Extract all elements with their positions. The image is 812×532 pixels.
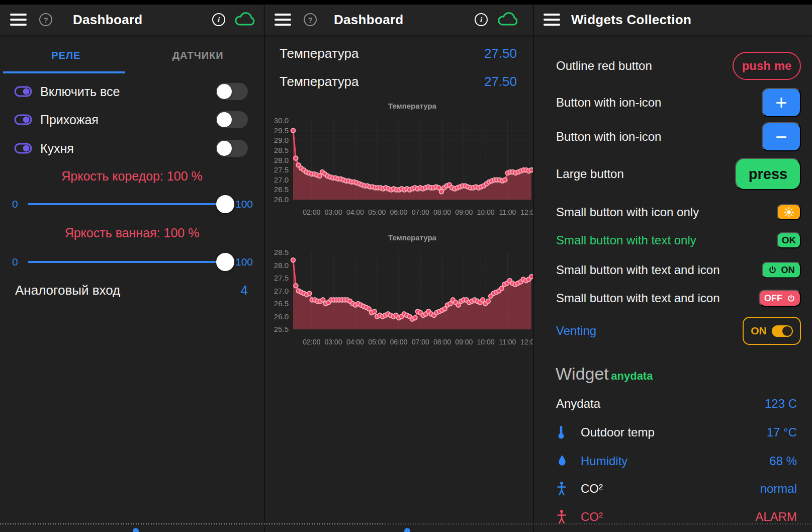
on-button[interactable]: ON — [762, 262, 801, 279]
help-icon[interactable]: ? — [39, 13, 52, 26]
anydata-row: Anydata 123 C — [533, 393, 812, 415]
svg-text:04:00: 04:00 — [346, 208, 364, 216]
temperature-row: Температура 27.50 — [264, 43, 533, 63]
svg-text:30.0: 30.0 — [274, 116, 289, 125]
toggle-label: Кухня — [40, 141, 74, 156]
svg-text:05:00: 05:00 — [368, 208, 386, 216]
svg-text:27.5: 27.5 — [274, 165, 289, 174]
svg-text:10:00: 10:00 — [477, 338, 495, 346]
slider-track[interactable] — [28, 203, 229, 205]
minus-button[interactable]: − — [762, 122, 801, 151]
brightness-slider-corridor: 0 100 — [0, 193, 264, 215]
toggle-row-all: Включить все — [0, 80, 264, 103]
dashboard-panel-sensors: ? Dashboard i Температура 27.50 Температ… — [264, 0, 533, 532]
analog-input-label: Аналоговый вход — [15, 283, 120, 298]
plus-button[interactable]: + — [762, 88, 801, 117]
toggle-label: Включить все — [40, 84, 120, 99]
menu-icon[interactable] — [275, 14, 291, 26]
menu-icon[interactable] — [10, 14, 27, 26]
svg-text:02:00: 02:00 — [303, 208, 320, 216]
svg-text:26.5: 26.5 — [274, 299, 289, 308]
water-drop-icon — [557, 455, 567, 468]
widget-row-venting: Venting ON — [533, 318, 812, 343]
toggle-label: Прихожая — [40, 113, 99, 127]
svg-text:Температура: Температура — [388, 102, 437, 110]
svg-text:26.0: 26.0 — [274, 195, 289, 204]
svg-text:06:00: 06:00 — [390, 338, 407, 346]
svg-text:12:00: 12:00 — [520, 338, 533, 346]
widget-row-text-icon-off: Small button with text and icon OFF — [533, 286, 812, 311]
header: ? Dashboard i — [0, 5, 264, 35]
toggle-row-hallway: Прихожая — [0, 108, 264, 131]
toggle-on-icon — [772, 325, 793, 337]
thermometer-icon — [556, 425, 567, 440]
venting-toggle-button[interactable]: ON — [743, 317, 801, 345]
toggle-switch-all[interactable] — [216, 83, 248, 100]
menu-icon[interactable] — [544, 14, 560, 26]
temperature-value: 27.50 — [484, 46, 517, 61]
widgets-collection-panel: Widgets Collection Widget btn Outline re… — [533, 0, 812, 532]
slider-track[interactable] — [28, 261, 229, 263]
pagination-dot — [133, 528, 139, 532]
widget-anydata-heading: Widget anydata — [556, 364, 653, 384]
push-me-button[interactable]: push me — [733, 52, 801, 80]
temperature-chart-1: 02:0003:0004:0005:0006:0007:0008:0009:00… — [264, 100, 533, 222]
tab-sensors[interactable]: ДАТЧИКИ — [132, 50, 264, 61]
co2-normal-row: CO² normal — [533, 478, 812, 500]
svg-text:27.0: 27.0 — [274, 175, 289, 184]
widget-row-text-icon-on: Small button with text and icon ON — [533, 257, 812, 283]
person-icon — [556, 481, 568, 496]
svg-text:05:00: 05:00 — [368, 338, 386, 346]
temperature-label: Температура — [280, 46, 358, 61]
slider-max-label: 100 — [235, 256, 253, 268]
co2-alarm-row: CO² ALARM — [533, 506, 812, 528]
svg-text:28.0: 28.0 — [274, 261, 289, 270]
sun-button[interactable] — [777, 204, 801, 220]
info-icon[interactable]: i — [475, 13, 488, 26]
brightness-slider-bathroom: 0 100 — [0, 251, 264, 273]
toggle-row-kitchen: Кухня — [0, 137, 264, 160]
humidity-row: Humidity 68 % — [533, 450, 812, 472]
svg-text:03:00: 03:00 — [325, 208, 342, 216]
svg-text:08:00: 08:00 — [433, 208, 451, 216]
analog-input-row: Аналоговый вход 4 — [0, 280, 264, 300]
svg-text:12:00: 12:00 — [520, 208, 533, 216]
slider-title-corridor: Яркость коредор: 100 % — [0, 169, 264, 184]
svg-text:03:00: 03:00 — [325, 338, 342, 346]
press-button[interactable]: press — [735, 158, 801, 190]
slider-max-label: 100 — [235, 198, 253, 210]
toggle-switch-hallway[interactable] — [216, 111, 248, 128]
header: ? Dashboard i — [264, 5, 533, 35]
ok-button[interactable]: OK — [777, 232, 801, 248]
person-icon — [556, 509, 568, 524]
dashboard-panel-relays: ? Dashboard i РЕЛЕ ДАТЧИКИ Включить все … — [0, 0, 264, 532]
svg-text:26.5: 26.5 — [274, 185, 289, 194]
svg-text:Температура: Температура — [388, 233, 437, 242]
svg-text:07:00: 07:00 — [412, 208, 429, 216]
slider-knob[interactable] — [216, 253, 234, 271]
info-icon[interactable]: i — [212, 13, 225, 26]
svg-text:02:00: 02:00 — [303, 338, 320, 346]
svg-text:26.0: 26.0 — [274, 312, 289, 321]
svg-text:11:00: 11:00 — [499, 208, 516, 216]
cloud-icon[interactable] — [234, 11, 256, 28]
tab-relays[interactable]: РЕЛЕ — [0, 50, 132, 61]
active-tab-underline — [3, 71, 125, 73]
svg-text:27.0: 27.0 — [274, 287, 289, 295]
temperature-value: 27.50 — [484, 74, 517, 90]
off-button[interactable]: OFF — [759, 290, 801, 307]
widget-row-text-only: Small button with text only OK — [533, 228, 812, 253]
toggle-switch-kitchen[interactable] — [216, 140, 248, 157]
slider-knob[interactable] — [216, 195, 234, 213]
toggle-outline-icon — [14, 113, 32, 126]
svg-text:09:00: 09:00 — [455, 208, 473, 216]
widget-row-icon-only: Small button with icon only — [533, 200, 812, 225]
widget-row-outline-red: Outline red button push me — [533, 53, 812, 78]
temperature-chart-2: 02:0003:0004:0005:0006:0007:0008:0009:00… — [264, 227, 533, 350]
help-icon[interactable]: ? — [304, 13, 317, 26]
power-icon — [768, 266, 777, 275]
cloud-icon[interactable] — [497, 11, 519, 28]
svg-text:09:00: 09:00 — [455, 338, 473, 346]
slider-min-label: 0 — [12, 198, 18, 210]
dotted-separator — [0, 523, 385, 524]
